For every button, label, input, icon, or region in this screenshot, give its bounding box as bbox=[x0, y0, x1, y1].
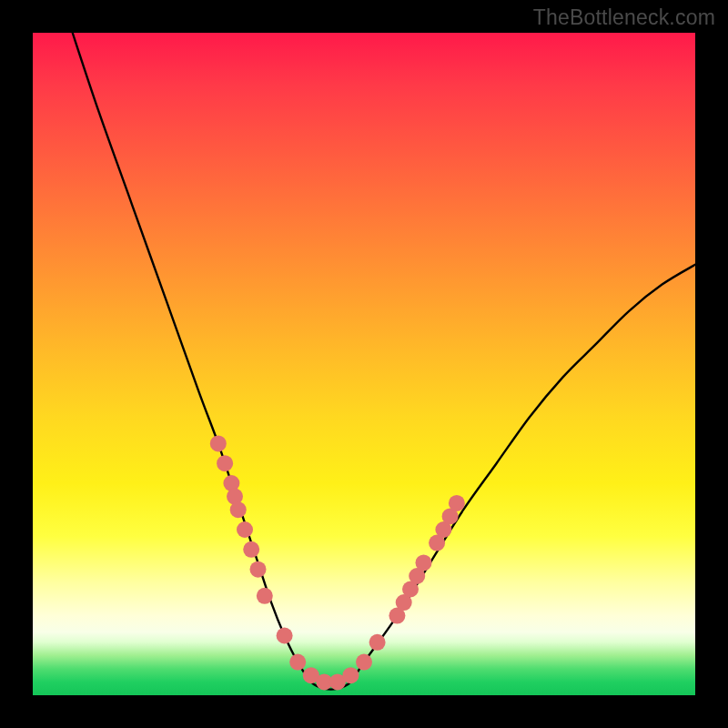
highlight-dot bbox=[342, 667, 359, 683]
highlight-dot bbox=[243, 541, 259, 558]
highlight-dot bbox=[416, 554, 432, 571]
plot-area bbox=[33, 33, 695, 695]
watermark-text: TheBottleneck.com bbox=[533, 5, 715, 30]
highlight-dot bbox=[356, 654, 372, 671]
highlight-dot bbox=[277, 628, 293, 644]
highlight-dot bbox=[237, 521, 253, 538]
highlight-dot bbox=[230, 501, 247, 518]
bottleneck-curve bbox=[73, 33, 695, 690]
highlight-dot bbox=[210, 435, 227, 451]
highlight-dot bbox=[449, 495, 465, 511]
highlight-dot bbox=[369, 634, 386, 651]
highlight-dot bbox=[250, 561, 267, 578]
highlight-dot bbox=[257, 588, 273, 604]
curve-layer bbox=[33, 33, 695, 695]
highlight-dots bbox=[210, 435, 465, 690]
highlight-dot bbox=[289, 654, 306, 671]
chart-frame: TheBottleneck.com bbox=[0, 0, 728, 728]
highlight-dot bbox=[217, 455, 233, 471]
